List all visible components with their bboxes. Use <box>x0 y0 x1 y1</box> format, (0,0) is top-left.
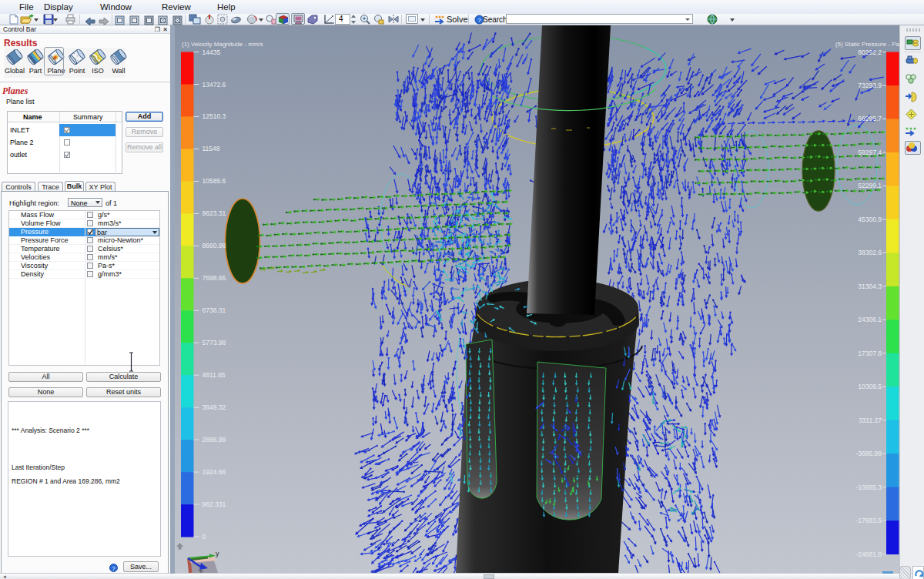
svg-text:7698.65: 7698.65 <box>203 274 226 282</box>
svg-text:38302.6: 38302.6 <box>858 249 882 256</box>
svg-text:31304.3: 31304.3 <box>858 283 882 290</box>
svg-text:2886.99: 2886.99 <box>203 436 226 443</box>
svg-text:13472.6: 13472.6 <box>203 81 226 89</box>
svg-text:8660.98: 8660.98 <box>203 242 226 249</box>
svg-text:10585.6: 10585.6 <box>203 177 226 185</box>
svg-text:12510.3: 12510.3 <box>203 112 226 120</box>
svg-text:80292.2: 80292.2 <box>858 49 882 56</box>
svg-text:9623.31: 9623.31 <box>203 209 226 217</box>
svg-text:5773.98: 5773.98 <box>203 339 226 346</box>
svg-text:-10685.3: -10685.3 <box>855 484 882 491</box>
svg-text:24306.1: 24306.1 <box>858 316 882 323</box>
svg-text:4811.65: 4811.65 <box>203 371 226 379</box>
svg-text:45300.9: 45300.9 <box>858 216 882 223</box>
svg-text:(1) Velocity Magnitude - mm/s: (1) Velocity Magnitude - mm/s <box>182 41 263 48</box>
svg-text:962.331: 962.331 <box>203 500 226 508</box>
svg-text:52299.1: 52299.1 <box>858 182 882 189</box>
svg-text:11548: 11548 <box>203 145 220 152</box>
svg-text:-3686.99: -3686.99 <box>855 450 882 457</box>
svg-text:17307.8: 17307.8 <box>858 350 882 357</box>
svg-text:-17683.5: -17683.5 <box>855 517 882 524</box>
svg-text:?: ? <box>112 565 115 572</box>
svg-text:14435: 14435 <box>203 49 221 56</box>
svg-text:y: y <box>216 550 219 557</box>
svg-text:(5) Static Pressure - Pa: (5) Static Pressure - Pa <box>835 41 899 48</box>
svg-text:?: ? <box>477 17 481 24</box>
svg-text:0: 0 <box>203 533 206 541</box>
svg-text:6736.31: 6736.31 <box>203 306 226 314</box>
svg-text:3311.27: 3311.27 <box>859 417 882 424</box>
svg-text:66295.7: 66295.7 <box>858 115 882 122</box>
svg-text:73293.9: 73293.9 <box>858 82 882 89</box>
svg-text:-24681.8: -24681.8 <box>855 551 882 558</box>
svg-text:3849.32: 3849.32 <box>203 403 226 411</box>
svg-text:59297.4: 59297.4 <box>858 149 882 156</box>
svg-text:1924.66: 1924.66 <box>203 468 226 476</box>
svg-text:10309.5: 10309.5 <box>858 383 882 390</box>
